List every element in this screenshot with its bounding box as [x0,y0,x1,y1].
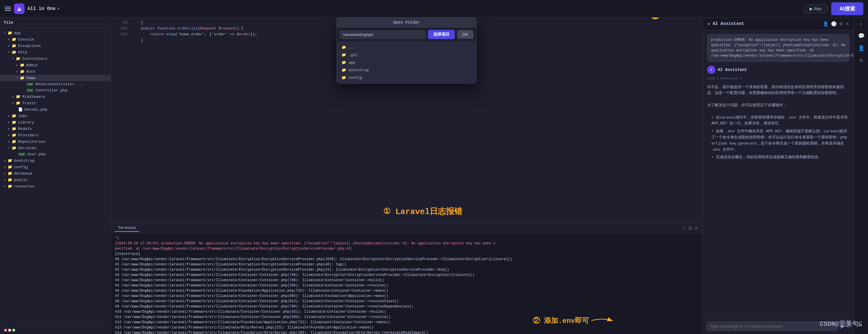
dialog-path-input[interactable] [340,30,426,39]
terminal-line: "} [115,236,698,241]
status-dot-green [12,329,15,332]
top-bar: All in One ▼ ▶ Run AI搜索 [0,0,868,18]
sidebar-item-resources[interactable]: ▶ 📁 resources [0,183,111,189]
sidebar-item-database[interactable]: ▶ 📁 database [0,170,111,177]
sidebar-tree: ▼ 📁 app ▶ 📁 Console ▶ 📁 Exceptions ▼ 📁 H… [0,28,111,326]
terminal-line: pecified. at /var/www/DogApi/vendor/lara… [115,246,698,251]
sidebar-item-kernelphp[interactable]: 📄 Kernel.php [0,106,111,113]
ai-search-button[interactable]: AI搜索 [831,2,863,15]
ai-right-icon[interactable]: ✦ [860,21,863,27]
sidebar-item-reservecontroller[interactable]: PHP ReserveController.... [0,81,111,87]
chevron-icon: ▶ [4,172,6,175]
sidebar-item-userphp[interactable]: PHP User.php [0,151,111,157]
sidebar-item-console[interactable]: ▶ 📁 Console [0,36,111,42]
svg-marker-1 [17,7,22,10]
status-dot-red [4,329,7,332]
folder-icon: 📁 [12,139,17,144]
annotation-2: ② 添加.env即可 [533,316,615,325]
terminal-line: #2 /var/www/DogApi/vendor/laravel/framew… [115,267,698,272]
dialog-file-item[interactable]: 📁 app [337,59,476,66]
sidebar-item-models[interactable]: ▶ 📁 Models [0,125,111,132]
sidebar-item-library[interactable]: ▶ 📁 Library [0,119,111,125]
menu-icon[interactable] [5,5,11,12]
annotation1-text: ① 将问题搜索 [663,18,709,19]
sidebar-item-providers[interactable]: ▶ 📁 Providers [0,132,111,139]
annotation-badge-1: 🔔 [650,18,660,19]
sidebar-item-controllers[interactable]: ▼ 📁 Controllers [0,56,111,62]
dialog-file-list: 📁 .. 📁 .git 📁 app 📁 bootstrap [337,42,476,83]
sidebar-item-middleware[interactable]: ▶ 📁 Middleware [0,93,111,100]
folder-icon: 📁 [8,165,12,169]
terminal-tab[interactable]: Terminal [115,224,139,232]
sidebar-item-controllorphp[interactable]: PHP Controller.php [0,87,111,93]
sidebar-item-home[interactable]: ▼ 📁 Home [0,75,111,81]
sidebar-item-http[interactable]: ▼ 📁 Http [0,49,111,56]
run-button[interactable]: ▶ Run [804,4,828,13]
sidebar-item-services[interactable]: ▼ 📁 Services [0,145,111,151]
folder-icon: 📁 [12,133,17,138]
sidebar-item-config[interactable]: ▶ 📁 config [0,164,111,170]
chevron-icon: ▶ [17,63,18,67]
folder-icon: 📁 [20,63,25,67]
terminal-line: #3 /var/www/DogApi/vendor/laravel/framew… [115,272,698,278]
folder-icon: 📁 [20,69,25,74]
ai-panel: 🔔 ① 将问题搜索 ✦ AI Assistant 👤 🕐 ⚙ ✕ product… [702,18,854,334]
terminal-line: #6 /var/www/DogApi/vendor/laravel/framew… [115,288,698,294]
ai-settings-button[interactable]: ⚙ [839,21,843,27]
sidebar-item-admin[interactable]: ▶ 📁 Admin [0,62,111,68]
folder-icon: 📁 [12,43,17,48]
terminal-line: #1 /var/www/DogApi/vendor/laravel/framew… [115,262,698,267]
terminal-line: #9 /var/www/DogApi/vendor/laravel/framew… [115,304,698,309]
terminal-line: [2024-09-26 17:28:03] production.ERROR: … [115,241,698,246]
sidebar-item-bootstrap[interactable]: ▶ 📁 bootstrap [0,157,111,164]
sidebar-item-auth[interactable]: ▶ 📁 Auth [0,68,111,75]
sidebar-item-app[interactable]: ▼ 📁 app [0,30,111,36]
chevron-icon: ▶ [8,114,10,118]
sidebar-item-traits[interactable]: ▶ 📁 Traits [0,100,111,106]
chevron-icon: ▼ [4,32,6,35]
folder-icon: 📁 [8,178,12,182]
chat-icon[interactable]: 💬 [858,33,865,39]
ai-clock-button[interactable]: 🕐 [831,21,837,27]
person-icon[interactable]: 👤 [858,45,865,51]
sidebar-item-exceptions[interactable]: ▶ 📁 Exceptions [0,42,111,49]
dialog-title-bar: Open Folder [337,18,476,27]
folder-icon: 📁 [16,56,21,61]
ai-response-area: ✦ AI Assistant Used 1 Reference > 对不起，我不… [707,66,849,160]
folder-icon: 📁 [8,184,12,189]
dialog-file-item[interactable]: 📁 config [337,74,476,82]
chevron-icon: ▶ [4,178,6,182]
grid-icon[interactable]: ⊞ [860,57,863,64]
folder-icon: 📁 [16,94,21,99]
dialog-select-button[interactable]: 选择项目 [428,30,455,39]
sidebar-item-jobs[interactable]: ▶ 📁 Jobs [0,113,111,119]
sidebar-item-repositories[interactable]: ▶ 📁 Repositories [0,139,111,145]
terminal-split-button[interactable]: ⊟ [688,225,692,231]
folder-icon: 📁 [341,68,346,72]
folder-icon: 📁 [20,75,25,80]
dialog-file-item[interactable]: 📁 .. [337,43,476,51]
ai-content: production.ERROR: No application encrypt… [703,30,854,318]
ai-response-body: 为了解决这个问题，你可以按照以下步骤操作： [707,102,849,109]
sidebar-item-public[interactable]: ▶ 📁 public [0,177,111,183]
dialog-file-item[interactable]: 📁 bootstrap [337,66,476,74]
chevron-icon: ▼ [17,77,18,80]
folder-icon: 📁 [12,126,17,131]
ai-close-button[interactable]: ✕ [845,21,849,27]
terminal-add-button[interactable]: + [683,226,686,231]
ai-person-button[interactable]: 👤 [823,21,829,27]
watermark: CSDN@完美句⊊ [820,320,862,328]
chevron-icon: ▶ [4,184,6,188]
annotation-1-group: 🔔 ① 将问题搜索 [650,18,735,19]
terminal-line: #8 /var/www/DogApi/vendor/laravel/framew… [115,299,698,304]
ai-error-message: production.ERROR: No application encrypt… [707,34,849,62]
annotation-title: ① Laravel日志报错 [383,206,462,217]
ai-message-input[interactable] [707,322,837,331]
terminal-close-button[interactable]: ✕ [694,225,698,231]
terminal-header: Terminal + ⊟ ✕ [111,223,702,233]
terminal-line: #4 /var/www/DogApi/vendor/laravel/framew… [115,278,698,283]
dialog-file-item[interactable]: 📁 .git [337,51,476,59]
arrow-icon [711,18,735,19]
folder-icon: 📁 [341,75,346,80]
dialog-ok-button[interactable]: OK [457,30,473,39]
